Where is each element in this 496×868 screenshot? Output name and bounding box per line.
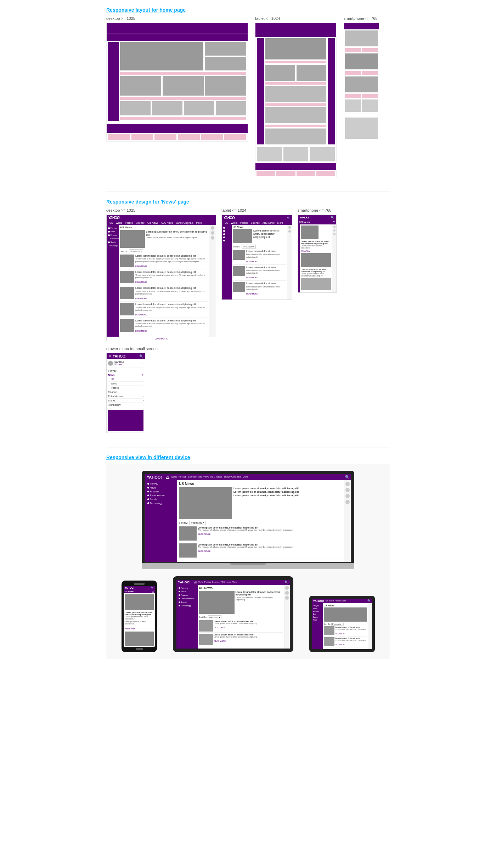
nd-item1-title: Lorem ipsum dolor sit amet, consectetur … bbox=[135, 255, 208, 257]
wf-pink-block2 bbox=[131, 134, 153, 140]
wf-sm-img1 bbox=[120, 101, 151, 115]
nd-tab-oldnews[interactable]: Old News bbox=[146, 221, 159, 224]
nt-item2-link[interactable]: READ MORE bbox=[246, 276, 258, 279]
nd-item4-img bbox=[120, 303, 134, 315]
laptop-sort-select[interactable]: Popularity ▾ bbox=[189, 521, 206, 525]
nd-sort-select[interactable]: Popularity ▾ bbox=[129, 249, 143, 253]
tablet-sort-select[interactable]: Popularity ▾ bbox=[208, 615, 221, 619]
phone-search-icon[interactable]: 🔍 bbox=[151, 587, 154, 589]
laptop-tab-yahoo[interactable]: Yahoo Originals bbox=[224, 475, 241, 479]
nt-hero-title: Lorem ipsum dolor sit amet, consectetur … bbox=[253, 229, 286, 239]
tablet-sort-label: Sort By: bbox=[199, 616, 207, 618]
nt-search-icon[interactable]: 🔍 bbox=[287, 217, 290, 219]
tablet-tab-abc[interactable]: ABC News bbox=[221, 581, 231, 583]
nt-sort-select[interactable]: Popularity ▾ bbox=[242, 245, 255, 249]
tablet-tab-us[interactable]: US bbox=[194, 581, 197, 583]
drawer-search-icon[interactable]: 🔍 bbox=[139, 354, 143, 358]
tr-sort-select[interactable]: Popularity ▾ bbox=[331, 623, 344, 626]
nd-load-more[interactable]: LOAD MORE bbox=[107, 337, 216, 341]
nd-item3-link[interactable]: READ MORE bbox=[135, 297, 147, 299]
tr-si5: Sports bbox=[313, 616, 322, 618]
nt-tab-us[interactable]: US bbox=[224, 221, 229, 224]
nt-tab-politics[interactable]: Politics bbox=[239, 221, 249, 224]
wfs-row bbox=[344, 98, 379, 113]
laptop-search-icon[interactable]: 🔍 bbox=[345, 475, 349, 479]
laptop-tab-science[interactable]: Science bbox=[188, 475, 197, 479]
ns-filter-icon[interactable]: ☰ bbox=[333, 221, 335, 224]
nd-tab-abc[interactable]: ABC News bbox=[160, 221, 174, 224]
nd-item5-link[interactable]: READ MORE bbox=[135, 330, 147, 332]
tr-tab-world[interactable]: World bbox=[329, 600, 334, 602]
phone-watch-now[interactable]: Watch Now bbox=[125, 628, 135, 630]
tablet-main-c: US News Lorem ipsum dolor sit amet, cons… bbox=[198, 585, 284, 649]
drawer-widget-link[interactable]: Widgets bbox=[114, 363, 124, 365]
tr-tab-more[interactable]: More bbox=[342, 600, 346, 602]
laptop-tab-abc[interactable]: ABC News bbox=[210, 475, 222, 479]
laptop-tab-us[interactable]: US bbox=[166, 475, 169, 479]
laptop-tab-oldnews[interactable]: Old News bbox=[198, 475, 209, 479]
tablet-item2-link[interactable]: READ MORE bbox=[214, 640, 226, 642]
ns-lorem-block: Lorem ipsum dolor sit amet, consectetur … bbox=[301, 240, 331, 249]
laptop-item1-link[interactable]: READ MORE bbox=[198, 533, 210, 535]
nt-tab-science[interactable]: Science bbox=[250, 221, 261, 224]
drawer-sub-politics[interactable]: Politics bbox=[108, 386, 143, 390]
drawer-ad-block bbox=[108, 410, 143, 431]
wf-pink-block1 bbox=[108, 134, 130, 140]
nt-tab-more[interactable]: More bbox=[276, 221, 284, 224]
nt-item3-link[interactable]: READ MORE bbox=[246, 293, 258, 295]
nd-item4-link[interactable]: READ MORE bbox=[135, 314, 147, 316]
wf-sm-img4 bbox=[216, 101, 246, 115]
drawer-item-tech[interactable]: Technology › bbox=[108, 403, 143, 407]
nd-item1-link[interactable]: READ MORE bbox=[135, 265, 147, 267]
tablet-item1-link[interactable]: READ MORE bbox=[214, 627, 226, 629]
nd-tab-politics[interactable]: Politics bbox=[124, 221, 134, 224]
wf-big-img bbox=[120, 42, 203, 70]
tablet-search-icon[interactable]: 🔍 bbox=[284, 581, 288, 584]
nd-tab-world[interactable]: World bbox=[115, 221, 123, 224]
drawer-item-news[interactable]: News ∧ bbox=[108, 373, 143, 377]
drawer-close-icon[interactable]: ✕ bbox=[108, 354, 111, 358]
laptop-item2-link[interactable]: READ MORE bbox=[198, 550, 210, 552]
nd-tab-us[interactable]: US bbox=[108, 221, 114, 224]
laptop-tab-world[interactable]: World bbox=[171, 475, 177, 479]
wf-pink-row1 bbox=[120, 72, 246, 75]
tablet-tab-more[interactable]: More bbox=[232, 581, 237, 583]
nt-tab-world[interactable]: World bbox=[230, 221, 238, 224]
tr-item1-link[interactable]: READ MORE bbox=[335, 633, 346, 635]
smartphone-layout: smartphone <= 768 bbox=[344, 16, 379, 140]
laptop-right-sidebar bbox=[344, 480, 351, 562]
nd-tab-more[interactable]: More bbox=[195, 221, 203, 224]
nd-item2-link[interactable]: READ MORE bbox=[135, 281, 147, 283]
wfs-small1 bbox=[345, 99, 361, 112]
ns-search-icon[interactable]: 🔍 bbox=[331, 216, 334, 219]
nd-tab-yahoo[interactable]: Yahoo Originals bbox=[175, 221, 194, 224]
tr-tab-politics[interactable]: Politics bbox=[335, 600, 341, 602]
drawer-sub-world[interactable]: World bbox=[108, 382, 143, 386]
drawer-item-foryou[interactable]: For you bbox=[108, 369, 143, 373]
tablet-si-foryou: For you bbox=[178, 586, 196, 590]
drawer-item-entertainment[interactable]: Entertainment › bbox=[108, 394, 143, 399]
nd-tab-science[interactable]: Science bbox=[135, 221, 146, 224]
phone-menu-icon[interactable]: ☰ bbox=[152, 590, 154, 593]
wft-bottom-bar bbox=[255, 163, 336, 170]
laptop-tab-more[interactable]: More bbox=[242, 475, 248, 479]
wft-b-img3 bbox=[310, 147, 335, 161]
wft-img3 bbox=[265, 107, 326, 123]
laptop-tab-politics[interactable]: Politics bbox=[179, 475, 186, 479]
drawer-sub-us[interactable]: US bbox=[108, 377, 143, 382]
nt-si-foryou bbox=[222, 226, 231, 229]
tablet-tab-world[interactable]: World bbox=[198, 581, 203, 583]
nt-item1-link[interactable]: READ MORE bbox=[246, 261, 258, 263]
drawer-item-finance[interactable]: Finance › bbox=[108, 390, 143, 394]
ns-watch-now[interactable]: Watch Now bbox=[301, 250, 331, 252]
drawer-item-sports[interactable]: Sports › bbox=[108, 399, 143, 403]
wf-small-img2 bbox=[205, 57, 246, 70]
tr-search-icon[interactable]: 🔍 bbox=[367, 599, 371, 603]
tablet-device-center: YAHOO! US World Politics Science ABC New… bbox=[173, 576, 293, 652]
tr-item2-link[interactable]: READ MORE bbox=[335, 644, 346, 646]
tablet-tab-science[interactable]: Science bbox=[212, 581, 220, 583]
tablet-tab-politics[interactable]: Politics bbox=[204, 581, 211, 583]
tablet-si-dot1 bbox=[179, 587, 180, 589]
tr-tab-us[interactable]: US bbox=[326, 600, 328, 602]
nt-tab-abc[interactable]: ABC News bbox=[261, 221, 276, 224]
